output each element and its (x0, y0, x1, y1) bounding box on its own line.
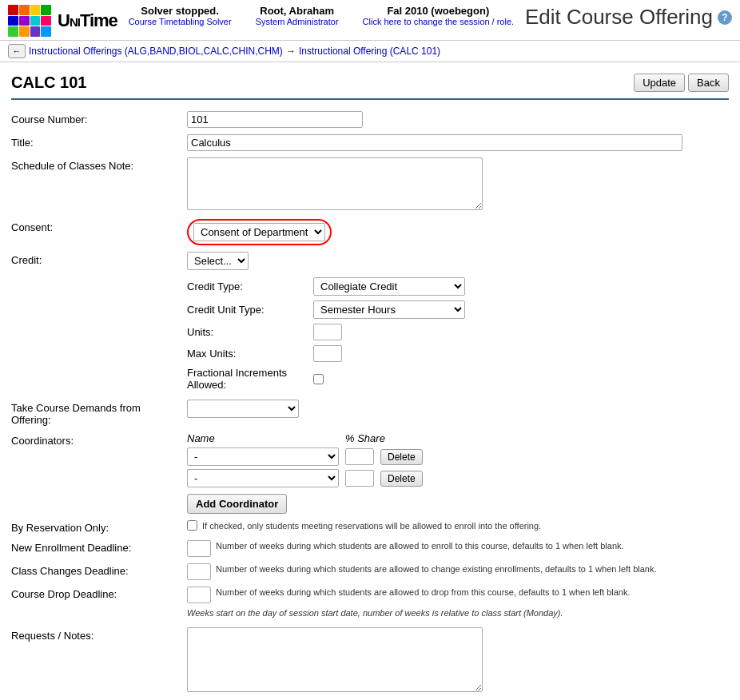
user-info: Root, Abraham System Administrator (256, 5, 339, 26)
update-btn-top[interactable]: Update (634, 74, 685, 92)
new-enrollment-content: Number of weeks during which students ar… (187, 540, 624, 557)
take-course-label: Take Course Demands from Offering: (11, 400, 187, 426)
reservation-row: By Reservation Only: If checked, only st… (11, 517, 729, 537)
delete-coord-btn-1[interactable]: Delete (380, 449, 423, 465)
reservation-note: If checked, only students meeting reserv… (202, 520, 541, 532)
course-number-row: Course Number: (11, 108, 729, 131)
consent-highlight: No Consent Required Consent of Departmen… (187, 219, 332, 245)
units-row: Units: (187, 321, 729, 343)
credit-unit-type-select[interactable]: Semester Hours (313, 300, 465, 319)
consent-control: No Consent Required Consent of Departmen… (187, 219, 729, 245)
nav-arrow: → (286, 46, 296, 57)
new-enrollment-note: Number of weeks during which students ar… (216, 540, 624, 552)
consent-select[interactable]: No Consent Required Consent of Departmen… (193, 223, 325, 241)
take-course-select[interactable] (187, 400, 299, 418)
nav-link-offerings[interactable]: Instructional Offerings (ALG,BAND,BIOL,C… (29, 46, 283, 57)
unitime-logo: UniTime (58, 10, 117, 31)
weeks-note: Weeks start on the day of session start … (187, 607, 729, 619)
max-units-row: Max Units: (187, 343, 729, 364)
coordinator-row-2: - Delete (187, 469, 423, 487)
take-course-control (187, 400, 729, 418)
course-drop-label: Course Drop Deadline: (11, 587, 187, 600)
credit-select[interactable]: Select... Fixed Variable (187, 252, 249, 270)
title-input[interactable] (187, 134, 682, 151)
page-title: Edit Course Offering (525, 5, 713, 30)
new-enrollment-label: New Enrollment Deadline: (11, 540, 187, 554)
course-drop-row: Course Drop Deadline: Number of weeks du… (11, 583, 729, 607)
credit-unit-type-label: Credit Unit Type: (187, 304, 307, 316)
requests-notes-control (187, 627, 729, 694)
top-header: UniTime Solver stopped. Course Timetabli… (0, 0, 740, 41)
fractional-row: Fractional Increments Allowed: (187, 364, 729, 393)
course-number-label: Course Number: (11, 111, 187, 125)
fractional-checkbox[interactable] (313, 374, 324, 384)
top-btn-group: Update Back (634, 74, 729, 92)
title-row: Title: (11, 131, 729, 154)
requests-notes-textarea[interactable] (187, 627, 483, 692)
add-coordinator-btn[interactable]: Add Coordinator (187, 494, 287, 514)
coord-name-select-1[interactable]: - (187, 447, 339, 466)
fractional-label: Fractional Increments Allowed: (187, 367, 307, 391)
course-number-input[interactable] (187, 111, 363, 128)
take-course-row: Take Course Demands from Offering: (11, 396, 729, 429)
max-units-label: Max Units: (187, 348, 307, 360)
new-enrollment-row: New Enrollment Deadline: Number of weeks… (11, 537, 729, 560)
title-control (187, 134, 729, 151)
title-label: Title: (11, 134, 187, 149)
coordinators-table: Name % Share - Delete - Delete Add Coord… (187, 432, 423, 514)
credit-type-select[interactable]: Collegiate Credit (313, 277, 465, 296)
logo-area: UniTime (8, 5, 117, 37)
section-title: CALC 101 (11, 74, 86, 92)
course-drop-input[interactable] (187, 587, 211, 603)
back-nav-btn[interactable]: ← (8, 44, 26, 58)
coord-share-input-2[interactable] (345, 470, 374, 487)
class-changes-input[interactable] (187, 563, 211, 580)
units-input[interactable] (313, 324, 342, 340)
course-drop-note: Number of weeks during which students ar… (216, 587, 631, 599)
course-drop-content: Number of weeks during which students ar… (187, 587, 631, 603)
session-info[interactable]: Fal 2010 (woebegon) Click here to change… (363, 5, 515, 26)
logo-grid (8, 5, 51, 37)
coord-name-select-2[interactable]: - (187, 469, 339, 487)
schedule-note-row: Schedule of Classes Note: (11, 154, 729, 216)
coord-header: Name % Share (187, 432, 423, 444)
coordinator-row-1: - Delete (187, 447, 423, 466)
coordinators-section: Coordinators: Name % Share - Delete - De… (11, 429, 729, 517)
add-coordinator-btn-wrapper: Add Coordinator (187, 491, 423, 514)
class-changes-content: Number of weeks during which students ar… (187, 563, 657, 580)
requests-notes-label: Requests / Notes: (11, 627, 187, 642)
coordinators-label: Coordinators: (11, 432, 187, 447)
section-header: CALC 101 Update Back (11, 69, 729, 100)
class-changes-row: Class Changes Deadline: Number of weeks … (11, 560, 729, 583)
class-changes-label: Class Changes Deadline: (11, 563, 187, 577)
help-icon[interactable]: ? (718, 10, 732, 25)
credit-unit-type-row: Credit Unit Type: Semester Hours (187, 298, 729, 321)
credit-label: Credit: (11, 252, 187, 266)
nav-bar: ← Instructional Offerings (ALG,BAND,BIOL… (0, 41, 740, 62)
consent-row: Consent: No Consent Required Consent of … (11, 216, 729, 249)
max-units-input[interactable] (313, 345, 342, 362)
reservation-label: By Reservation Only: (11, 520, 187, 534)
content-area: CALC 101 Update Back Course Number: Titl… (0, 62, 740, 700)
reservation-content: If checked, only students meeting reserv… (187, 520, 541, 532)
reservation-checkbox[interactable] (187, 520, 197, 531)
page-title-area: Edit Course Offering ? (525, 5, 732, 30)
coord-share-input-1[interactable] (345, 448, 374, 465)
coord-share-header: % Share (345, 432, 385, 444)
nav-link-offering[interactable]: Instructional Offering (CALC 101) (299, 46, 440, 57)
credit-type-row: Credit Type: Collegiate Credit (187, 275, 729, 298)
schedule-note-label: Schedule of Classes Note: (11, 157, 187, 172)
requests-notes-row: Requests / Notes: (11, 624, 729, 698)
class-changes-note: Number of weeks during which students ar… (216, 563, 657, 575)
new-enrollment-input[interactable] (187, 540, 211, 557)
header-info: Solver stopped. Course Timetabling Solve… (129, 5, 514, 26)
solver-status: Solver stopped. Course Timetabling Solve… (129, 5, 232, 26)
schedule-note-textarea[interactable] (187, 157, 483, 210)
delete-coord-btn-2[interactable]: Delete (380, 471, 423, 487)
credit-control: Select... Fixed Variable Credit Type: Co… (187, 252, 729, 393)
back-btn-top[interactable]: Back (688, 74, 729, 92)
schedule-note-control (187, 157, 729, 213)
credit-type-label: Credit Type: (187, 280, 307, 292)
course-number-control (187, 111, 729, 128)
credit-sub-fields: Credit Type: Collegiate Credit Credit Un… (187, 275, 729, 393)
